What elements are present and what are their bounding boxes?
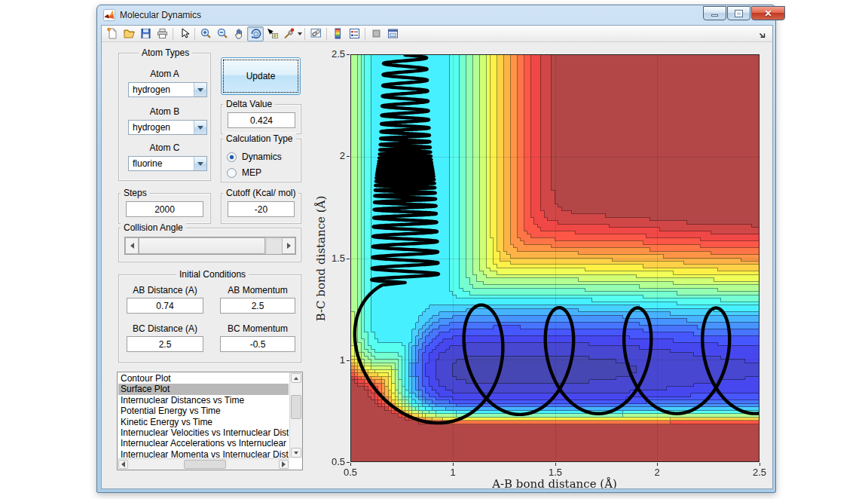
update-button[interactable]: Update xyxy=(221,57,301,95)
chevron-down-icon xyxy=(197,162,203,166)
zoom-in-magnifier-icon xyxy=(200,27,212,40)
atom-a-value: hydrogen xyxy=(129,84,194,95)
plot-type-item[interactable]: Internuclear Velocities vs Internuclear … xyxy=(118,427,289,438)
toolbar-button-save-figure[interactable] xyxy=(137,26,154,41)
pes-contour-axes[interactable] xyxy=(350,54,760,462)
atom-types-title: Atom Types xyxy=(139,47,192,58)
toolbar-button-pan[interactable] xyxy=(231,26,247,41)
radio-mep-label: MEP xyxy=(240,167,263,178)
atom-b-label: Atom B xyxy=(118,106,211,117)
toolbar-button-print-figure[interactable] xyxy=(154,26,170,41)
radio-mep[interactable]: MEP xyxy=(227,167,263,178)
y-tick-mark xyxy=(347,259,350,259)
atom-a-select[interactable]: hydrogen xyxy=(128,82,207,97)
chain-link-icon xyxy=(310,27,322,40)
ab-momentum-label: AB Momentum xyxy=(220,285,295,295)
listbox-vertical-scrollbar[interactable] xyxy=(289,372,302,458)
ab-distance-label: AB Distance (A) xyxy=(127,285,203,295)
arrow-right-icon xyxy=(282,461,286,467)
y-tick-mark xyxy=(347,54,350,55)
atom-c-label: Atom C xyxy=(118,142,211,153)
toolbar-button-brush-data[interactable] xyxy=(280,26,297,41)
collision-angle-slider[interactable] xyxy=(124,237,296,255)
toolbar-button-link-plot[interactable] xyxy=(307,26,324,41)
y-tick-mark xyxy=(347,156,350,157)
close-button[interactable]: ✕ xyxy=(751,6,785,20)
y-tick-label: 2 xyxy=(326,150,345,161)
delta-value-field[interactable] xyxy=(228,112,295,128)
atom-a-label: Atom A xyxy=(118,69,211,79)
toolbar-button-rotate-3d[interactable] xyxy=(247,26,264,41)
y-tick-label: 1 xyxy=(326,354,345,366)
atom-a-dropdown-button[interactable] xyxy=(194,83,206,96)
toolbar-button-insert-colorbar[interactable] xyxy=(329,26,346,41)
bc-momentum-field[interactable] xyxy=(220,336,295,352)
toolbar-button-new-figure[interactable] xyxy=(104,26,121,41)
atom-c-dropdown-button[interactable] xyxy=(194,157,206,170)
open-folder-icon xyxy=(123,27,136,40)
plot-type-listbox[interactable]: Contour PlotSurface PlotInternuclear Dis… xyxy=(117,372,303,470)
vertical-scroll-thumb[interactable] xyxy=(291,395,301,419)
scroll-left-button[interactable] xyxy=(118,460,128,469)
listbox-horizontal-scrollbar[interactable] xyxy=(118,458,289,470)
toolbar-button-edit-plot[interactable] xyxy=(176,26,192,41)
toolbar-button-data-cursor[interactable] xyxy=(264,26,280,41)
scroll-down-button[interactable] xyxy=(291,448,301,458)
steps-field[interactable] xyxy=(126,201,203,217)
maximize-button[interactable] xyxy=(727,6,750,20)
colorbar-icon xyxy=(332,27,344,40)
collision-angle-title: Collision Angle xyxy=(121,222,186,233)
arrow-down-icon xyxy=(294,452,298,455)
y-tick-label: 0.5 xyxy=(326,456,345,467)
atom-b-select[interactable]: hydrogen xyxy=(128,120,207,135)
arrow-left-icon xyxy=(130,243,134,249)
minimize-button[interactable] xyxy=(703,6,726,20)
plot-type-item[interactable]: Internuclear Distances vs Time xyxy=(118,395,289,406)
legend-icon xyxy=(348,27,361,40)
toolbar-button-zoom-out[interactable] xyxy=(214,26,231,41)
scroll-right-button[interactable] xyxy=(279,460,289,469)
radio-selected-icon xyxy=(227,152,237,162)
x-axis-label: A-B bond distance (Å) xyxy=(442,477,668,489)
toolbar-overflow-icon[interactable] xyxy=(759,29,766,42)
toolbar-button-open-file[interactable] xyxy=(121,26,137,41)
plot-type-item[interactable]: Potential Energy vs Time xyxy=(118,406,289,416)
ab-momentum-field[interactable] xyxy=(220,298,295,314)
toolbar-button-show-plot-tools[interactable] xyxy=(384,26,401,41)
arrow-cursor-icon xyxy=(178,27,191,40)
plot-type-item[interactable]: Surface Plot xyxy=(118,384,289,394)
slider-thumb[interactable] xyxy=(139,237,265,254)
cutoff-field[interactable] xyxy=(228,201,295,217)
plot-type-item[interactable]: Contour Plot xyxy=(118,373,289,384)
atom-b-dropdown-button[interactable] xyxy=(194,121,206,134)
slider-right-arrow[interactable] xyxy=(282,237,295,254)
figure-client: Atom Types Atom A hydrogen Atom B hydrog… xyxy=(101,25,773,489)
ab-distance-field[interactable] xyxy=(127,298,203,314)
radio-dynamics[interactable]: Dynamics xyxy=(227,152,283,162)
slider-left-arrow[interactable] xyxy=(125,237,139,254)
data-cursor-icon xyxy=(266,27,279,40)
y-tick-label: 1.5 xyxy=(326,253,345,264)
bc-distance-label: BC Distance (A) xyxy=(127,323,203,334)
slider-track[interactable] xyxy=(265,237,283,254)
plot-type-item[interactable]: Internuclear Momenta vs Internuclear Dis… xyxy=(118,449,289,458)
brush-dropdown-icon[interactable] xyxy=(298,32,302,35)
toolbar-button-hide-plot-tools[interactable] xyxy=(368,26,384,41)
save-floppy-icon xyxy=(139,27,152,40)
plot-type-item[interactable]: Kinetic Energy vs Time xyxy=(118,417,289,427)
pes-contour-canvas[interactable] xyxy=(351,55,759,461)
scroll-up-button[interactable] xyxy=(291,373,301,383)
grey-square-icon xyxy=(370,27,383,40)
x-tick-label: 1 xyxy=(438,467,468,478)
titlebar[interactable]: Molecular Dynamics xyxy=(97,5,775,25)
x-tick-label: 2 xyxy=(642,467,672,478)
plot-type-item[interactable]: Internuclear Accelerations vs Internucle… xyxy=(118,438,289,448)
atom-c-select[interactable]: fluorine xyxy=(128,156,207,171)
toolbar-button-zoom-in[interactable] xyxy=(197,26,214,41)
toolbar-button-insert-legend[interactable] xyxy=(346,26,362,41)
toolbar-separator xyxy=(304,28,305,40)
initial-conditions-title: Initial Conditions xyxy=(176,269,249,280)
horizontal-scroll-thumb[interactable] xyxy=(184,460,226,469)
chevron-down-icon xyxy=(197,88,203,92)
bc-distance-field[interactable] xyxy=(127,336,203,352)
